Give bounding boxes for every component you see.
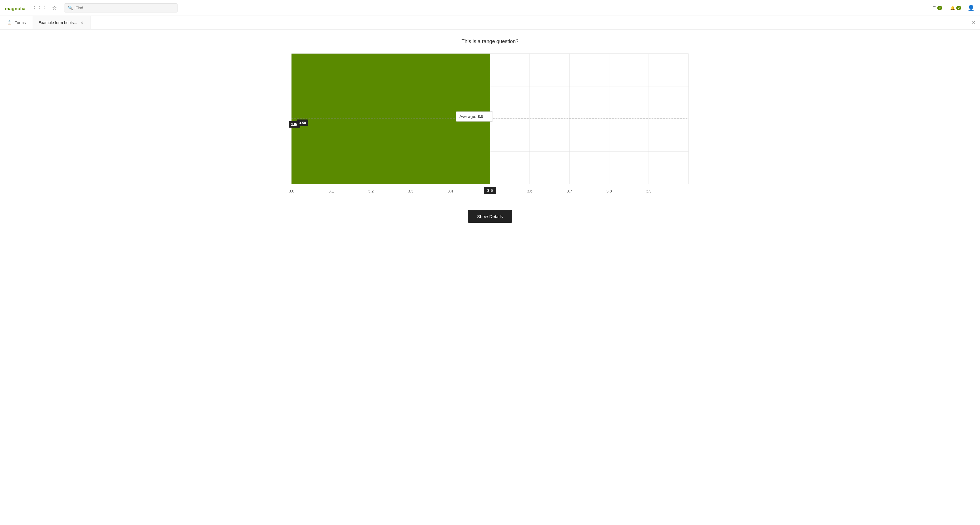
tab-close-button[interactable]: ✕ [80,20,84,25]
topbar: magnolia ⋮⋮⋮ ☆ 🔍 ☰ 0 🔔 2 👤 [0,0,980,16]
apps-icon[interactable]: ⋮⋮⋮ [35,3,45,13]
search-bar[interactable]: 🔍 [64,3,178,13]
svg-text:3.5: 3.5 [487,188,493,193]
forms-icon: 📋 [7,20,12,25]
tabbar: 📋 Forms Example form boots... ✕ ✕ [0,16,980,29]
alerts-button[interactable]: 🔔 2 [947,4,964,12]
tab-example-form-label: Example form boots... [38,21,77,25]
tab-forms-label: Forms [14,21,26,25]
svg-text:3.4: 3.4 [447,189,453,193]
svg-text:3.7: 3.7 [566,189,572,193]
close-tab-right-button[interactable]: ✕ [967,16,980,29]
svg-text:3.8: 3.8 [606,189,612,193]
tab-example-form[interactable]: Example form boots... ✕ [33,16,91,29]
topbar-right: ☰ 0 🔔 2 👤 [929,3,975,13]
chart-wrapper: 3.50 [291,54,689,201]
chart-area: 3.50 [291,54,689,201]
svg-text:3.0: 3.0 [289,189,294,193]
svg-text:3.6: 3.6 [527,189,533,193]
y-axis-label: 3.50 [297,119,308,126]
tasks-button[interactable]: ☰ 0 [929,4,945,12]
search-input[interactable] [75,6,174,10]
alerts-badge: 2 [956,6,961,10]
main-content: This is a range question? 3.50 [0,29,980,525]
svg-text:3.9: 3.9 [646,189,652,193]
logo[interactable]: magnolia [5,4,30,12]
svg-text:3.2: 3.2 [368,189,374,193]
chart-svg: Average: 3.5 3.0 3.1 3.2 3.3 3.4 3.5 3.6… [291,54,689,201]
tasks-badge: 0 [937,6,942,10]
search-icon: 🔍 [68,5,73,11]
svg-text:magnolia: magnolia [5,6,26,11]
favorites-icon[interactable]: ☆ [49,3,60,13]
bell-icon: 🔔 [950,6,955,10]
tab-forms[interactable]: 📋 Forms [0,16,33,29]
svg-text:3.3: 3.3 [408,189,414,193]
tasks-icon: ☰ [932,6,936,10]
svg-text:Average: 3.5: Average: 3.5 [460,114,484,119]
user-icon[interactable]: 👤 [966,3,975,13]
chart-title: This is a range question? [461,38,519,45]
svg-text:3.1: 3.1 [328,189,334,193]
show-details-button[interactable]: Show Details [468,210,512,223]
